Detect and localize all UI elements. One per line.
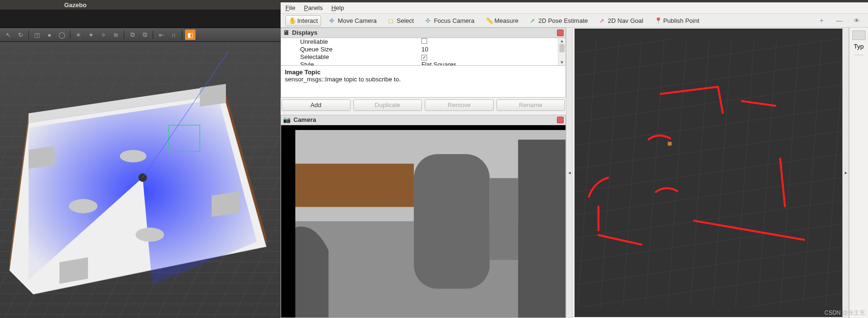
box-icon[interactable]: ◧ (185, 30, 195, 40)
scroll-up-icon[interactable]: ▲ (558, 38, 566, 44)
plus-button[interactable]: ＋ (815, 14, 828, 27)
pose-estimate-button[interactable]: ➚ 2D Pose Estimate (527, 15, 591, 26)
redo-icon[interactable]: ↻ (15, 30, 26, 40)
svg-rect-19 (414, 154, 489, 288)
svg-rect-25 (575, 39, 842, 307)
panel-splitter-right[interactable]: ▸ (842, 28, 849, 318)
camera-viewport[interactable] (281, 125, 566, 318)
arrow-green-icon: ➚ (530, 17, 536, 24)
rviz-toolbar: ✋ Interact ✥ Move Camera ◻ Select ✜ Focu… (281, 13, 868, 27)
description-box: Image Topic sensor_msgs::Image topic to … (281, 66, 566, 98)
svg-rect-21 (518, 139, 566, 318)
measure-label: Measure (494, 17, 518, 24)
toolbar-divider (124, 30, 124, 39)
displays-button-row: Add Duplicate Remove Rename (281, 98, 566, 113)
rename-button[interactable]: Rename (497, 99, 566, 111)
views-icon[interactable] (852, 30, 866, 40)
property-key: Style (281, 61, 421, 65)
menu-panels[interactable]: Panels (304, 4, 323, 11)
sphere-icon[interactable]: ● (44, 30, 55, 40)
toolbar-divider (70, 30, 70, 39)
checkbox-selectable[interactable]: ✓ (421, 55, 427, 60)
svg-rect-9 (29, 146, 55, 169)
select-label: Select (397, 17, 414, 24)
interact-button[interactable]: ✋ Interact (285, 15, 321, 26)
sun-icon[interactable]: ☀ (73, 30, 84, 40)
gazebo-titlebar: Gazebo (0, 0, 281, 10)
checkbox-unreliable[interactable] (421, 38, 427, 44)
publish-point-button[interactable]: 📍 Publish Point (651, 15, 702, 26)
camera-title-label: Camera (293, 116, 316, 123)
magnet-icon[interactable]: ∩ (168, 30, 179, 40)
svg-point-6 (69, 199, 98, 213)
publish-point-label: Publish Point (663, 17, 699, 24)
property-key: Unreliable (281, 38, 421, 45)
gazebo-toolbar: ↖ ↻ ◫ ● ◯ ☀ ✦ ✧ ≋ ⧉ ⧉ ⇤ ∩ ◧ (0, 28, 281, 42)
scroll-thumb[interactable] (559, 44, 565, 52)
add-button[interactable]: Add (282, 99, 351, 111)
toolbar-divider (29, 30, 29, 39)
arrow-pink-icon: ➚ (599, 17, 606, 24)
rviz-body: 🖥 Displays Unreliable Queue Size 10 Sele… (281, 28, 868, 318)
property-row-queue-size[interactable]: Queue Size 10 (281, 46, 558, 53)
menu-help[interactable]: Help (332, 4, 344, 11)
minus-button[interactable]: — (833, 15, 846, 26)
measure-button[interactable]: 📏 Measure (482, 15, 522, 26)
displays-panel-title[interactable]: 🖥 Displays (281, 28, 566, 38)
toolbar-divider (182, 30, 182, 39)
nav-goal-label: 2D Nav Goal (608, 17, 643, 24)
panel-splitter-left[interactable]: ◂ (566, 28, 573, 318)
property-row-selectable[interactable]: Selectable ✓ (281, 53, 558, 61)
lines-icon[interactable]: ≋ (110, 30, 121, 40)
svg-rect-22 (281, 125, 295, 318)
gazebo-title: Gazebo (64, 1, 87, 9)
remove-button[interactable]: Remove (425, 99, 494, 111)
gazebo-viewport[interactable] (0, 42, 281, 318)
close-icon[interactable] (557, 117, 564, 123)
rviz-3d-scene (575, 29, 842, 317)
svg-rect-23 (281, 125, 566, 130)
align-icon[interactable]: ⇤ (156, 30, 166, 40)
cylinder-icon[interactable]: ◯ (57, 30, 67, 40)
description-title: Image Topic (285, 69, 321, 76)
light-icon[interactable]: ✦ (86, 30, 96, 40)
svg-point-8 (136, 228, 164, 242)
spot-icon[interactable]: ✧ (98, 30, 108, 40)
displays-properties: Unreliable Queue Size 10 Selectable ✓ St… (281, 38, 566, 66)
camera-icon: 📷 (283, 116, 291, 123)
sidebar-divider (854, 55, 864, 55)
svg-rect-18 (281, 164, 414, 207)
svg-rect-20 (490, 178, 518, 260)
copy-icon[interactable]: ⧉ (127, 30, 137, 40)
cube-icon[interactable]: ◫ (32, 30, 42, 40)
camera-panel-title[interactable]: 📷 Camera (281, 115, 566, 125)
interact-label: Interact (297, 17, 318, 24)
gazebo-menubar-area (0, 10, 281, 28)
nav-goal-button[interactable]: ➚ 2D Nav Goal (596, 15, 646, 26)
toolbar-divider (153, 30, 153, 39)
camera-image (281, 125, 566, 318)
properties-scrollbar[interactable]: ▲ ▼ (558, 38, 566, 65)
rviz-3d-viewport[interactable] (575, 29, 842, 317)
property-row-unreliable[interactable]: Unreliable (281, 38, 558, 46)
focus-camera-button[interactable]: ✜ Focus Camera (422, 15, 478, 26)
gazebo-scene (0, 42, 281, 318)
property-value[interactable]: Flat Squares (421, 61, 558, 65)
ruler-icon: 📏 (486, 17, 492, 24)
monitor-icon: 🖥 (283, 29, 289, 36)
move-camera-button[interactable]: ✥ Move Camera (326, 15, 380, 26)
menu-file[interactable]: File (285, 4, 295, 11)
pose-estimate-label: 2D Pose Estimate (538, 17, 588, 24)
arrow-icon[interactable]: ↖ (3, 30, 13, 40)
paste-icon[interactable]: ⧉ (139, 30, 150, 40)
property-row-style[interactable]: Style Flat Squares (281, 61, 558, 65)
rviz-menubar: File Panels Help (281, 2, 868, 14)
scroll-down-icon[interactable]: ▼ (558, 60, 566, 65)
duplicate-button[interactable]: Duplicate (353, 99, 422, 111)
property-value[interactable]: 10 (421, 46, 558, 53)
close-icon[interactable] (557, 30, 564, 36)
pin-icon: 📍 (654, 17, 661, 24)
property-list[interactable]: Unreliable Queue Size 10 Selectable ✓ St… (281, 38, 558, 65)
eye-icon[interactable]: 👁 (850, 15, 863, 26)
select-button[interactable]: ◻ Select (385, 15, 417, 26)
